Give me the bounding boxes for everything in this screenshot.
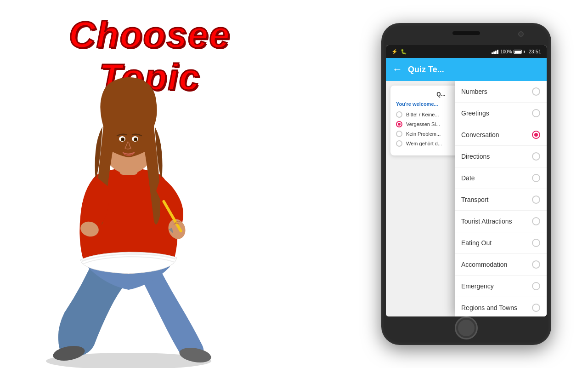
home-button-inner [458, 320, 475, 336]
dropdown-item-eating-out[interactable]: Eating Out [455, 232, 547, 254]
dropdown-label-6: Tourist Attractions [461, 218, 512, 225]
option-text-2: Vergessen Si... [406, 121, 440, 127]
status-left-icons: ⚡ 🐛 [391, 49, 407, 55]
phone-device: ⚡ 🐛 100% 23:51 [381, 23, 551, 345]
dropdown-label-10: Regions and Towns [461, 304, 517, 311]
dropdown-radio-9[interactable] [532, 282, 540, 290]
usb-icon: ⚡ [391, 49, 398, 55]
person-figure [9, 46, 262, 368]
dropdown-radio-8[interactable] [532, 260, 540, 269]
dropdown-item-date[interactable]: Date [455, 167, 547, 189]
radio-3[interactable] [396, 131, 402, 137]
dropdown-radio-6[interactable] [532, 217, 540, 225]
dropdown-item-transport[interactable]: Transport [455, 189, 547, 211]
screen-content: Q... You're welcome... Bitte! / Keine...… [386, 81, 547, 316]
back-button[interactable]: ← [392, 63, 402, 75]
dropdown-label-5: Transport [461, 196, 488, 203]
dropdown-item-tourist-attractions[interactable]: Tourist Attractions [455, 211, 547, 232]
topic-dropdown[interactable]: NumbersGreetingsConversationDirectionsDa… [455, 81, 547, 316]
dropdown-item-greetings[interactable]: Greetings [455, 103, 547, 124]
phone-speaker [452, 31, 480, 35]
dropdown-item-emergency[interactable]: Emergency [455, 276, 547, 297]
dropdown-radio-5[interactable] [532, 196, 540, 204]
phone-wrapper: ⚡ 🐛 100% 23:51 [381, 23, 551, 345]
dropdown-item-directions[interactable]: Directions [455, 146, 547, 167]
dropdown-radio-4[interactable] [532, 174, 540, 182]
phone-screen: ⚡ 🐛 100% 23:51 [386, 45, 547, 316]
dropdown-radio-7[interactable] [532, 239, 540, 247]
dropdown-item-regions-and-towns[interactable]: Regions and Towns [455, 297, 547, 316]
status-time: 23:51 [528, 49, 541, 54]
dropdown-radio-2[interactable] [532, 131, 540, 139]
dropdown-radio-3[interactable] [532, 152, 540, 161]
dropdown-label-3: Directions [461, 153, 490, 160]
app-title: Quiz Te... [408, 65, 444, 75]
battery-icon [514, 50, 522, 54]
status-bar: ⚡ 🐛 100% 23:51 [386, 45, 547, 58]
svg-point-9 [122, 138, 124, 140]
dropdown-radio-1[interactable] [532, 109, 540, 117]
dropdown-item-conversation[interactable]: Conversation [455, 124, 547, 146]
dropdown-label-7: Eating Out [461, 239, 492, 247]
radio-1[interactable] [396, 111, 402, 118]
battery-percent: 100% [500, 49, 512, 54]
dropdown-item-accommodation[interactable]: Accommodation [455, 254, 547, 276]
radio-4[interactable] [396, 140, 402, 147]
radio-2[interactable] [396, 121, 402, 127]
signal-bars [492, 50, 498, 54]
dropdown-label-8: Accommodation [461, 261, 507, 268]
dropdown-label-0: Numbers [461, 88, 487, 95]
battery-tip [524, 51, 525, 53]
option-text-1: Bitte! / Keine... [406, 112, 439, 117]
dropdown-radio-10[interactable] [532, 304, 540, 312]
app-bar: ← Quiz Te... [386, 58, 547, 81]
dropdown-label-9: Emergency [461, 282, 494, 290]
dropdown-label-4: Date [461, 174, 475, 182]
dropdown-item-numbers[interactable]: Numbers [455, 81, 547, 103]
bug-icon: 🐛 [401, 49, 407, 55]
status-right: 100% 23:51 [492, 49, 541, 54]
home-button[interactable] [455, 316, 478, 339]
option-text-4: Wem gehört d... [406, 141, 442, 146]
phone-camera [518, 31, 524, 37]
option-text-3: Kein Problem... [406, 131, 441, 137]
dropdown-label-2: Conversation [461, 131, 499, 138]
dropdown-label-1: Greetings [461, 109, 489, 117]
svg-point-10 [135, 138, 137, 140]
dropdown-radio-0[interactable] [532, 87, 540, 96]
